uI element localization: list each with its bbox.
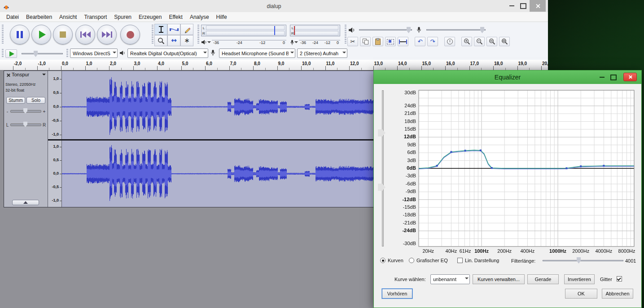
preview-button[interactable]: Vorhören [382,289,412,299]
vertical-scale[interactable]: 1,00,50,0-0,5-1,0 [48,141,62,207]
draw-tool-button[interactable] [180,24,193,35]
collapse-track-button[interactable] [12,200,39,205]
trim-button[interactable] [385,37,396,46]
cut-button[interactable]: ✂ [347,37,358,46]
zoom-fit-button[interactable] [499,37,510,46]
invert-button[interactable]: Invertieren [564,274,595,284]
playback-speed-slider[interactable] [22,53,63,54]
title-bar[interactable]: dialup [0,0,548,13]
menu-item-bearbeiten[interactable]: Bearbeiten [22,14,56,20]
selection-tool-button[interactable] [154,24,167,35]
cancel-button[interactable]: Abbrechen [602,289,633,299]
play-at-speed-button[interactable] [5,49,17,58]
eq-db-label: -21dB [374,220,416,225]
toolbar-grip[interactable] [2,49,4,58]
timeline-label: 16,0 [446,61,455,66]
graphic-eq-radio[interactable]: Grafischer EQ [409,257,448,264]
mute-button[interactable]: Stumm [6,97,25,104]
multi-tool-button[interactable]: ∗ [180,35,193,46]
zoom-out-button[interactable] [474,37,485,46]
output-volume-slider[interactable] [359,29,412,31]
track-name[interactable]: Tonspur [12,72,29,77]
toolbar-grip[interactable] [66,49,68,58]
straighten-button[interactable]: Gerade [527,274,559,284]
db-min-slider-handle[interactable] [378,184,386,191]
menu-item-analyse[interactable]: Analyse [186,14,213,20]
skip-start-button[interactable] [75,25,95,44]
input-volume-slider[interactable] [426,29,486,31]
filter-length-thumb[interactable] [577,257,581,264]
dialog-title-bar[interactable]: Equalizer [374,70,641,84]
paste-button[interactable] [372,37,383,46]
dialog-minimize-button[interactable] [597,74,606,80]
dialog-maximize-button[interactable] [609,74,618,80]
recording-meter[interactable]: L R [290,25,340,36]
curves-radio[interactable]: Kurven [380,257,403,264]
silence-button[interactable] [398,37,408,46]
input-device-select[interactable]: Headset Microphone (Sound B [219,48,295,58]
vertical-scale[interactable]: 1,00,50,0-0,5-1,0 [48,71,62,139]
ok-button[interactable]: OK [565,289,597,299]
toolbar-grip[interactable] [345,25,346,44]
menu-item-erzeugen[interactable]: Erzeugen [135,14,165,20]
playback-meter-scale: -36 -24 -12 0 [201,38,286,47]
curve-select[interactable]: unbenannt [430,274,470,284]
meter-bar [206,31,285,35]
maximize-button[interactable] [518,0,529,12]
track-menu-chevron-icon[interactable] [42,74,46,77]
zoom-tool-button[interactable] [154,35,167,46]
db-max-slider-handle[interactable] [378,129,386,136]
envelope-tool-button[interactable] [167,24,180,35]
toolbar-grip[interactable] [152,25,153,44]
menu-item-effekt[interactable]: Effekt [165,14,186,20]
menu-item-spuren[interactable]: Spuren [110,14,135,20]
input-channels-select[interactable]: 2 (Stereo) Aufnah [297,48,347,58]
output-volume-thumb[interactable] [407,27,411,33]
grid-checkbox[interactable] [617,276,622,282]
gain-slider-groove[interactable] [10,110,41,113]
pause-button[interactable] [10,25,30,44]
gain-slider[interactable]: - + [6,108,46,115]
timeline-ruler[interactable]: -2,0-1,00,01,02,03,04,05,06,07,08,09,010… [0,60,548,70]
undo-button[interactable]: ↶ [415,37,425,46]
sync-lock-button[interactable] [444,37,455,46]
filter-length-groove[interactable] [543,260,623,261]
zoom-selection-button[interactable] [486,37,497,46]
chevron-down-icon[interactable] [207,41,211,45]
menu-item-ansicht[interactable]: Ansicht [56,14,80,20]
envelope-tool-icon [170,26,179,33]
playback-meter[interactable]: L R [201,25,286,36]
skip-end-button[interactable] [97,25,117,44]
playback-speed-thumb[interactable] [34,51,38,57]
pan-slider-thumb[interactable] [23,122,27,127]
filter-length-slider[interactable] [543,256,623,264]
input-volume-thumb[interactable] [480,27,484,33]
copy-button[interactable] [360,37,371,46]
solo-button[interactable]: Solo [26,97,45,104]
eq-plot-area[interactable] [419,90,634,246]
audio-host-select[interactable]: Windows DirectS [70,48,118,58]
track-close-button[interactable] [5,72,11,78]
gain-slider-thumb[interactable] [23,108,27,114]
linear-checkbox[interactable]: Lin. Darstellung [457,257,499,264]
pan-slider[interactable]: L R [6,121,46,128]
chevron-down-icon [203,52,207,55]
record-button[interactable] [120,25,140,44]
play-button[interactable] [31,25,51,44]
minimize-button[interactable] [506,0,517,12]
close-button[interactable] [530,0,546,12]
manage-curves-button[interactable]: Kurven verwalten... [473,274,525,284]
toolbar-grip[interactable] [2,25,4,44]
redo-button[interactable]: ↷ [427,37,438,46]
menu-item-transport[interactable]: Transport [80,14,110,20]
stop-button[interactable] [53,25,73,44]
toolbar-grip[interactable] [197,25,199,44]
pan-slider-groove[interactable] [10,123,41,126]
zoom-in-button[interactable] [461,37,472,46]
time-shift-tool-button[interactable]: ↔ [167,35,180,46]
dialog-close-button[interactable] [623,73,637,81]
chevron-down-icon[interactable] [294,41,298,45]
menu-item-datei[interactable]: Datei [3,14,22,20]
output-device-select[interactable]: Realtek Digital Output(Optical) [127,48,208,58]
menu-item-hilfe[interactable]: Hilfe [213,14,231,20]
